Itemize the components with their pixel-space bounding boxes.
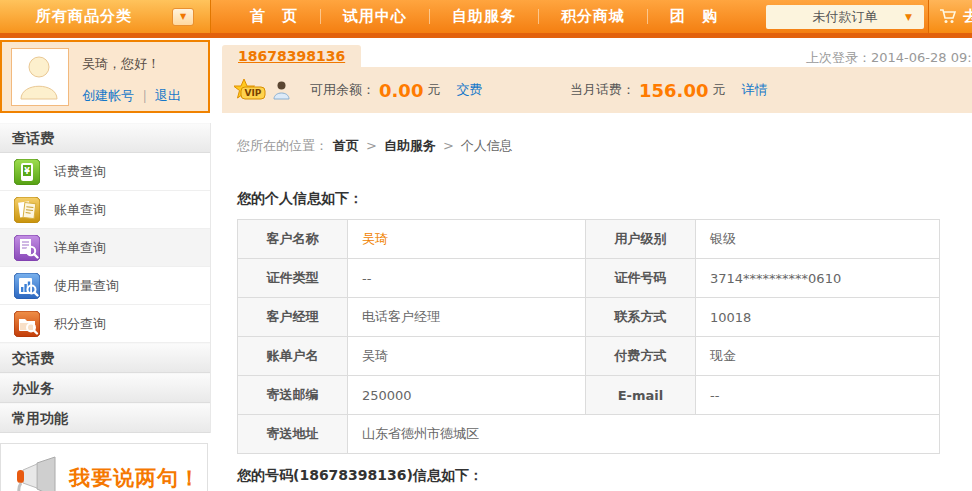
cell-value: 银级 [696,220,940,259]
nav-item-home[interactable]: 首 页 [228,7,320,26]
last-login-value: 2014-06-28 09: [871,50,972,65]
feedback-banner[interactable]: 我要说两句！ [0,443,208,491]
sidebar-item-label: 话费查询 [54,163,106,181]
avatar [11,48,69,106]
phone-fee-icon: ¥ [14,159,40,185]
sidebar-item-bill-inquiry[interactable]: 账单查询 [0,191,210,229]
balance-value: 0.00 [379,80,423,101]
breadcrumb-home-link[interactable]: 首页 [333,138,359,153]
personal-info-table: 客户名称 吴琦 用户级别 银级 证件类型 -- 证件号码 3714*******… [237,219,940,454]
cell-label: 证件号码 [586,259,696,298]
cell-label: 用户级别 [586,220,696,259]
sidebar-item-usage-inquiry[interactable]: 使用量查询 [0,267,210,305]
breadcrumb: 您所在的位置：首页>自助服务>个人信息 [237,137,513,155]
personal-info-heading: 您的个人信息如下： [237,190,363,208]
section-header-business[interactable]: 办业务 [0,373,210,403]
breadcrumb-prefix: 您所在的位置： [237,138,328,153]
megaphone-icon [9,455,61,491]
cell-label: 寄送地址 [238,415,348,454]
table-row: 账单户名 吴琦 付费方式 现金 [238,337,940,376]
logout-link[interactable]: 退出 [155,88,181,103]
cell-label: 证件类型 [238,259,348,298]
sidebar-item-label: 账单查询 [54,201,106,219]
usage-chart-icon [14,273,40,299]
detail-link[interactable]: 详情 [741,81,767,99]
detail-search-icon [14,235,40,261]
checkout-button[interactable]: 去结算 [928,0,972,33]
nav-item-trial-center[interactable]: 试用中心 [321,7,429,26]
monthly-fee-unit: 元 [712,81,725,99]
cell-label: 付费方式 [586,337,696,376]
points-folder-icon [14,311,40,337]
user-panel: 吴琦，您好！ 创建帐号 ｜ 退出 [0,40,210,113]
cell-value: -- [696,376,940,415]
feedback-label: 我要说两句！ [69,464,201,491]
chevron-down-icon: ▼ [905,12,912,22]
cell-value: 250000 [348,376,586,415]
table-row: 客户名称 吴琦 用户级别 银级 [238,220,940,259]
vip-label: VIP [245,88,262,98]
cell-value: 10018 [696,298,940,337]
svg-text:¥: ¥ [24,166,30,175]
cell-label: 联系方式 [586,298,696,337]
last-login: 上次登录：2014-06-28 09: [806,49,972,67]
user-greeting: 吴琦，您好！ [82,55,160,73]
chevron-down-icon[interactable]: ▼ [172,8,194,26]
number-info-heading: 您的号码(18678398136)信息如下： [237,467,483,485]
section-header-common-functions[interactable]: 常用功能 [0,403,210,433]
checkout-label: 去结算 [963,7,972,26]
top-nav-bar: 所有商品分类 ▼ 首 页 试用中心 自助服务 积分商城 团 购 未付款订单 ▼ … [0,0,972,38]
sidebar-item-points-inquiry[interactable]: 积分查询 [0,305,210,343]
unpaid-orders-button[interactable]: 未付款订单 ▼ [766,5,924,29]
user-avatar-icon [12,49,66,103]
nav-item-self-service[interactable]: 自助服务 [430,7,538,26]
vip-star-icon: VIP [234,78,266,102]
cell-value: 现金 [696,337,940,376]
sidebar-item-label: 积分查询 [54,315,106,333]
table-row: 客户经理 电话客户经理 联系方式 10018 [238,298,940,337]
table-row: 寄送地址 山东省德州市德城区 [238,415,940,454]
monthly-fee-value: 156.00 [639,80,708,101]
sidebar-item-fee-inquiry[interactable]: ¥ 话费查询 [0,153,210,191]
breadcrumb-selfservice-link[interactable]: 自助服务 [384,138,436,153]
monthly-fee-label: 当月话费： [570,81,635,99]
cell-label: E-mail [586,376,696,415]
account-summary-bar: VIP 可用余额： 0.00 元 交费 当月话费： 156.00 元 详情 [222,67,972,113]
breadcrumb-separator: > [443,138,454,153]
create-account-link[interactable]: 创建帐号 [82,88,134,103]
table-row: 寄送邮编 250000 E-mail -- [238,376,940,415]
person-icon [272,80,291,100]
main-menu: 首 页 试用中心 自助服务 积分商城 团 购 [228,0,740,33]
cell-value: 吴琦 [348,337,586,376]
cell-value: 山东省德州市德城区 [348,415,940,454]
cell-label: 客户名称 [238,220,348,259]
cart-icon [939,9,956,24]
phone-number-tab: 18678398136 [222,45,361,67]
sidebar-item-label: 详单查询 [54,239,106,257]
bill-icon [14,197,40,223]
phone-number-link[interactable]: 18678398136 [238,48,345,64]
section-header-pay-fee[interactable]: 交话费 [0,343,210,373]
sidebar-item-label: 使用量查询 [54,277,119,295]
cell-value: -- [348,259,586,298]
breadcrumb-current: 个人信息 [461,138,513,153]
balance-label: 可用余额： [310,81,375,99]
pay-fee-link[interactable]: 交费 [456,81,482,99]
sidebar-menu: 查话费 ¥ 话费查询 账单查询 [0,123,211,433]
balance-unit: 元 [427,81,440,99]
all-categories-button[interactable]: 所有商品分类 ▼ [0,0,211,33]
links-divider: ｜ [138,88,151,103]
cell-value: 电话客户经理 [348,298,586,337]
table-row: 证件类型 -- 证件号码 3714**********0610 [238,259,940,298]
nav-item-points-mall[interactable]: 积分商城 [539,7,647,26]
cell-label: 账单户名 [238,337,348,376]
nav-item-group-buy[interactable]: 团 购 [648,7,740,26]
breadcrumb-separator: > [366,138,377,153]
section-header-fee-query[interactable]: 查话费 [0,123,210,153]
all-categories-label: 所有商品分类 [36,7,132,26]
cell-value: 吴琦 [348,220,586,259]
cell-label: 寄送邮编 [238,376,348,415]
last-login-label: 上次登录： [806,50,871,65]
unpaid-orders-label: 未付款订单 [813,8,878,26]
sidebar-item-detail-inquiry[interactable]: 详单查询 [0,229,210,267]
